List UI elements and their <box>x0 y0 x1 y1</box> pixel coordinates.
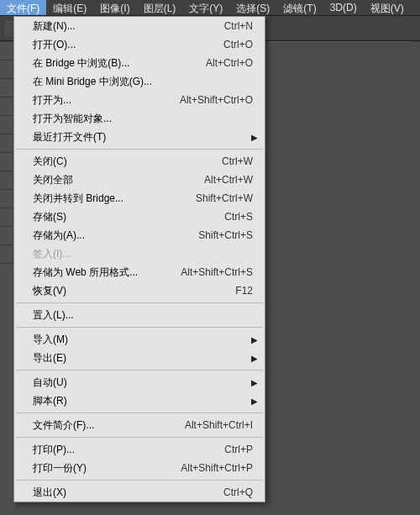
menu-item-label: 最近打开文件(T) <box>33 130 253 145</box>
tool-item[interactable] <box>0 116 14 134</box>
menu-item[interactable]: 导入(M)▶ <box>14 330 265 349</box>
menu-item[interactable]: 文件简介(F)...Alt+Shift+Ctrl+I <box>14 416 265 434</box>
menu-separator <box>16 302 263 303</box>
menu-item-label: 签入(I)... <box>33 247 253 261</box>
menu-item-label: 自动(U) <box>33 376 253 390</box>
menu-item-label: 打开为... <box>33 93 180 108</box>
menu-select[interactable]: 选择(S) <box>229 0 276 15</box>
menu-item-shortcut: Alt+Ctrl+O <box>206 57 253 69</box>
menu-item-shortcut: Ctrl+P <box>224 444 253 455</box>
menu-separator <box>16 480 263 481</box>
menu-type[interactable]: 文字(Y) <box>182 0 229 15</box>
menu-item[interactable]: 打印(P)...Ctrl+P <box>14 440 265 459</box>
menu-item-shortcut: Alt+Ctrl+W <box>204 174 253 186</box>
menu-item[interactable]: 最近打开文件(T)▶ <box>14 128 265 146</box>
menu-item-label: 在 Mini Bridge 中浏览(G)... <box>33 75 253 89</box>
menu-item[interactable]: 导出(E)▶ <box>14 349 265 367</box>
menu-edit[interactable]: 编辑(E) <box>46 0 93 15</box>
menu-item-label: 打印(P)... <box>33 443 224 457</box>
file-menu-dropdown: 新建(N)...Ctrl+N打开(O)...Ctrl+O在 Bridge 中浏览… <box>13 16 265 502</box>
menu-separator <box>16 437 263 438</box>
menu-item[interactable]: 在 Mini Bridge 中浏览(G)... <box>14 72 265 91</box>
menu-item[interactable]: 恢复(V)F12 <box>14 281 265 300</box>
menu-item-label: 打开(O)... <box>33 38 223 52</box>
menu-item[interactable]: 存储为(A)...Shift+Ctrl+S <box>14 226 265 244</box>
menu-item[interactable]: 存储为 Web 所用格式...Alt+Shift+Ctrl+S <box>14 263 265 281</box>
submenu-arrow-icon: ▶ <box>251 397 258 406</box>
menu-item-label: 退出(X) <box>33 486 223 500</box>
menu-3d[interactable]: 3D(D) <box>323 0 364 15</box>
menu-layer[interactable]: 图层(L) <box>137 0 183 15</box>
menu-item-label: 在 Bridge 中浏览(B)... <box>33 56 206 71</box>
menu-separator <box>16 149 263 150</box>
menu-item-shortcut: Ctrl+O <box>223 39 253 50</box>
menu-item-shortcut: Alt+Shift+Ctrl+S <box>181 266 253 278</box>
menu-item[interactable]: 在 Bridge 中浏览(B)...Alt+Ctrl+O <box>14 54 265 72</box>
tool-item[interactable] <box>0 42 14 60</box>
menu-item[interactable]: 自动(U)▶ <box>14 373 265 392</box>
submenu-arrow-icon: ▶ <box>251 354 258 363</box>
menu-item[interactable]: 退出(X)Ctrl+Q <box>14 483 265 502</box>
menu-item-label: 打开为智能对象... <box>33 112 253 126</box>
menu-item-label: 存储为 Web 所用格式... <box>33 265 181 280</box>
menu-item[interactable]: 脚本(R)▶ <box>14 392 265 410</box>
tool-item[interactable] <box>0 153 14 171</box>
menu-item[interactable]: 关闭(C)Ctrl+W <box>14 152 265 171</box>
menu-view[interactable]: 视图(V) <box>364 0 411 15</box>
menu-item-label: 文件简介(F)... <box>33 418 185 433</box>
menu-item-shortcut: Ctrl+N <box>224 20 253 32</box>
menu-file[interactable]: 文件(F) <box>0 0 46 15</box>
tool-item[interactable] <box>0 190 14 208</box>
menu-item[interactable]: 关闭全部Alt+Ctrl+W <box>14 171 265 189</box>
menu-item-label: 打印一份(Y) <box>33 461 181 476</box>
submenu-arrow-icon: ▶ <box>251 335 258 344</box>
tool-item[interactable] <box>0 79 14 97</box>
menu-item[interactable]: 存储(S)Ctrl+S <box>14 208 265 226</box>
menu-item[interactable]: 关闭并转到 Bridge...Shift+Ctrl+W <box>14 189 265 208</box>
menu-item-label: 脚本(R) <box>33 394 253 408</box>
menu-item-label: 导出(E) <box>33 351 253 365</box>
menu-item-shortcut: Alt+Shift+Ctrl+P <box>181 462 253 474</box>
menu-item-label: 恢复(V) <box>33 284 235 298</box>
menu-item-label: 存储为(A)... <box>33 229 198 243</box>
menu-item[interactable]: 打开为...Alt+Shift+Ctrl+O <box>14 91 265 109</box>
menu-item[interactable]: 置入(L)... <box>14 306 265 324</box>
menu-item-shortcut: F12 <box>235 285 253 297</box>
menu-item-label: 关闭全部 <box>33 173 204 187</box>
menu-item-shortcut: Shift+Ctrl+W <box>196 192 253 204</box>
tool-item[interactable] <box>0 208 14 227</box>
menu-item-label: 导入(M) <box>33 333 253 347</box>
menubar: 文件(F) 编辑(E) 图像(I) 图层(L) 文字(Y) 选择(S) 滤镜(T… <box>0 0 420 16</box>
tool-item[interactable] <box>0 134 14 153</box>
menu-filter[interactable]: 滤镜(T) <box>276 0 323 15</box>
tool-item[interactable] <box>0 60 14 79</box>
tool-item[interactable] <box>0 171 14 190</box>
menu-item-shortcut: Alt+Shift+Ctrl+I <box>185 419 253 431</box>
menu-separator <box>16 370 263 370</box>
menu-item-label: 关闭(C) <box>33 155 222 169</box>
menu-item[interactable]: 新建(N)...Ctrl+N <box>14 17 265 35</box>
menu-item-shortcut: Ctrl+W <box>222 155 253 167</box>
menu-item-label: 新建(N)... <box>33 19 224 34</box>
menu-item[interactable]: 打印一份(Y)Alt+Shift+Ctrl+P <box>14 459 265 477</box>
tool-item[interactable] <box>0 97 14 116</box>
menu-item-shortcut: Ctrl+S <box>224 211 253 223</box>
tools-panel <box>0 42 14 515</box>
tool-item[interactable] <box>0 227 14 245</box>
menu-separator <box>16 413 263 413</box>
tool-item[interactable] <box>0 245 14 264</box>
menu-item-label: 存储(S) <box>33 210 224 224</box>
menu-item-label: 关闭并转到 Bridge... <box>33 192 196 206</box>
menu-separator <box>16 327 263 328</box>
menu-item-shortcut: Ctrl+Q <box>223 486 253 498</box>
submenu-arrow-icon: ▶ <box>251 378 258 387</box>
menu-item-shortcut: Alt+Shift+Ctrl+O <box>180 94 253 106</box>
submenu-arrow-icon: ▶ <box>251 133 258 142</box>
menu-image[interactable]: 图像(I) <box>93 0 136 15</box>
menu-item-shortcut: Shift+Ctrl+S <box>198 229 253 241</box>
menu-item[interactable]: 打开(O)...Ctrl+O <box>14 35 265 54</box>
menu-item: 签入(I)... <box>14 244 265 263</box>
menu-item-label: 置入(L)... <box>33 308 253 323</box>
menu-item[interactable]: 打开为智能对象... <box>14 109 265 128</box>
